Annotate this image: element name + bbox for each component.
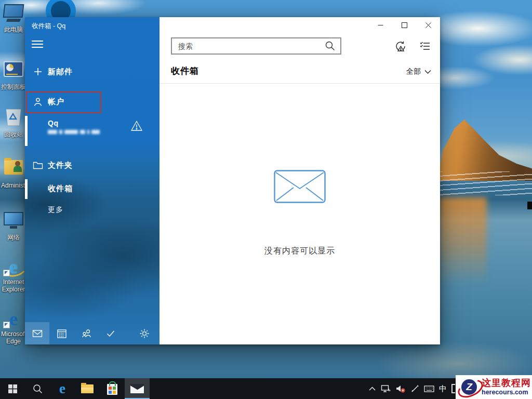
desktop-screen: 此电脑 控制面板 回收站 Administrator 网络 e Internet…	[0, 0, 532, 399]
header-divider	[159, 83, 440, 84]
filter-dropdown[interactable]: 全部	[406, 67, 431, 76]
hamburger-menu-button[interactable]	[32, 41, 43, 49]
window-title: 收件箱 - Qq	[32, 22, 65, 31]
network-icon	[3, 212, 24, 233]
desktop-icon-internet-explorer[interactable]: e Internet Explorer	[1, 257, 26, 294]
desktop-icon-network[interactable]: 网络	[1, 210, 26, 242]
microsoft-edge-icon: e	[3, 309, 24, 329]
desktop-icon-label: Internet Explorer	[1, 279, 26, 294]
more-label: 更多	[48, 205, 63, 215]
start-button[interactable]	[0, 378, 25, 399]
recycle-bin-icon	[3, 109, 24, 130]
account-item-qq[interactable]: Qq	[25, 116, 159, 147]
file-explorer-icon	[81, 384, 94, 393]
mail-app-icon	[130, 384, 144, 393]
store-icon	[107, 384, 117, 395]
mail-app-window: 收件箱 - Qq 新邮件 帐户	[25, 17, 440, 344]
desktop-icon-label: Administrator	[1, 182, 26, 190]
wallpaper-sea-foam	[431, 171, 532, 195]
network-icon[interactable]	[381, 384, 391, 393]
desktop-icon-label: Microsoft Edge	[1, 331, 26, 345]
control-panel-icon	[3, 61, 24, 82]
search-icon[interactable]	[325, 41, 335, 51]
search-icon	[33, 384, 43, 394]
desktop-icon-this-pc[interactable]: 此电脑	[1, 3, 26, 34]
pen-icon[interactable]	[410, 384, 419, 393]
people-nav-button[interactable]	[74, 322, 98, 344]
account-name: Qq	[48, 119, 58, 127]
minimize-button[interactable]	[368, 17, 392, 33]
tray-partial-icon	[451, 384, 455, 393]
tray-chevron-up-icon[interactable]	[368, 385, 376, 392]
accounts-button[interactable]: 帐户	[25, 94, 159, 110]
calendar-nav-button[interactable]	[49, 322, 74, 344]
taskbar-store-button[interactable]	[100, 378, 125, 399]
windows-logo-icon	[8, 384, 17, 393]
new-mail-label: 新邮件	[48, 67, 73, 77]
shortcut-arrow-icon	[3, 322, 10, 328]
sidebar-item-inbox[interactable]: 收件箱	[25, 179, 159, 199]
sidebar-item-more[interactable]: 更多	[25, 203, 159, 218]
watermark: Z 这里教程网 herecours.com	[456, 375, 532, 399]
mail-nav-button[interactable]	[25, 322, 49, 344]
mail-icon	[32, 328, 43, 339]
folders-button[interactable]: 文件夹	[25, 157, 159, 173]
checkmark-icon	[105, 328, 116, 339]
mouse-cursor	[527, 202, 532, 209]
system-tray: 中	[368, 378, 455, 399]
wallpaper-cliff-reflection	[439, 197, 487, 286]
window-controls	[368, 17, 440, 33]
search-box	[171, 37, 341, 55]
inbox-header-title: 收件箱	[171, 65, 199, 77]
person-icon	[32, 96, 44, 108]
folders-label: 文件夹	[48, 161, 73, 170]
chevron-down-icon	[424, 70, 431, 74]
taskbar-mail-button[interactable]	[125, 378, 150, 399]
watermark-domain: herecours.com	[482, 389, 531, 396]
maximize-button[interactable]	[392, 17, 416, 33]
taskbar-edge-button[interactable]: e	[50, 378, 75, 399]
search-input[interactable]	[177, 42, 325, 51]
plus-icon	[32, 66, 44, 77]
empty-state-message: 没有内容可以显示	[159, 246, 440, 257]
desktop-icon-administrator[interactable]: Administrator	[1, 157, 26, 190]
new-mail-button[interactable]: 新邮件	[25, 64, 159, 79]
desktop-icon-label: 网络	[1, 234, 26, 242]
volume-muted-icon[interactable]	[395, 384, 406, 393]
gear-icon	[139, 328, 150, 339]
shortcut-arrow-icon	[3, 270, 10, 276]
accounts-label: 帐户	[48, 97, 64, 107]
mail-sidebar: 收件箱 - Qq 新邮件 帐户	[25, 17, 159, 344]
empty-envelope-icon	[274, 170, 326, 205]
taskbar-file-explorer-button[interactable]	[75, 378, 100, 399]
touch-keyboard-icon[interactable]	[424, 385, 434, 393]
people-icon	[81, 328, 92, 339]
taskbar: e	[0, 378, 532, 399]
masked-email-address	[48, 130, 100, 134]
user-folder-icon	[3, 160, 24, 181]
desktop-icon-recycle-bin[interactable]: 回收站	[1, 107, 26, 139]
desktop-icon-control-panel[interactable]: 控制面板	[1, 58, 26, 91]
close-button[interactable]	[416, 17, 440, 33]
filter-label: 全部	[406, 67, 421, 76]
selection-indicator	[25, 116, 28, 146]
tasks-nav-button[interactable]	[98, 322, 123, 344]
selection-indicator	[25, 179, 28, 199]
desktop-icon-label: 此电脑	[1, 26, 26, 34]
warning-triangle-icon	[130, 120, 143, 134]
this-pc-icon	[3, 4, 24, 25]
select-list-icon	[419, 40, 431, 52]
desktop-icon-microsoft-edge[interactable]: e Microsoft Edge	[1, 309, 26, 345]
mail-content: 收件箱 全部 没有内容可以显示	[159, 17, 440, 344]
desktop-icon-label: 回收站	[1, 131, 26, 139]
watermark-site-name: 这里教程网	[482, 378, 531, 389]
edge-icon: e	[59, 382, 65, 396]
settings-nav-button[interactable]	[132, 322, 156, 344]
sidebar-bottom-bar	[25, 322, 159, 344]
sync-button[interactable]	[392, 38, 409, 55]
ime-indicator[interactable]: 中	[439, 384, 447, 394]
desktop-icon-label: 控制面板	[1, 84, 26, 91]
taskbar-search-button[interactable]	[25, 378, 50, 399]
internet-explorer-icon: e	[3, 257, 24, 277]
selection-mode-button[interactable]	[417, 38, 433, 55]
